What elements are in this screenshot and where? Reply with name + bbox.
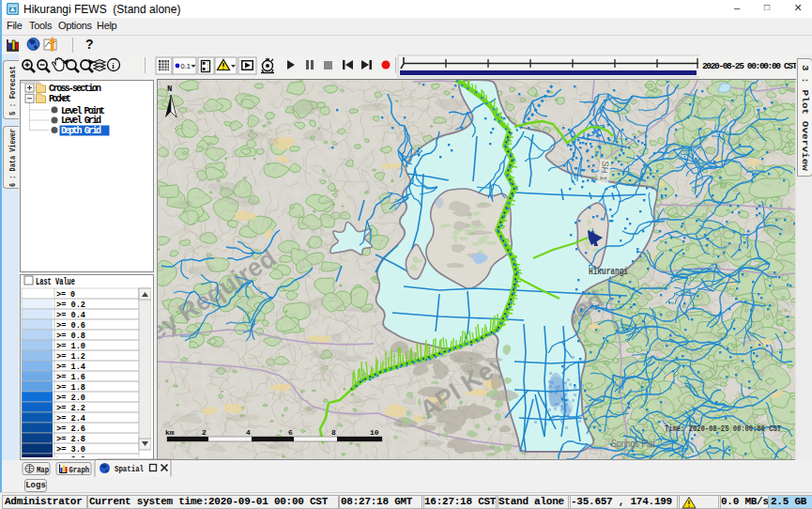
svg-text:Level Grid: Level Grid [61, 116, 101, 126]
svg-text:>= 1.8: >= 1.8 [56, 382, 85, 393]
svg-text:Last Value: Last Value [36, 277, 75, 287]
svg-text:4: 4 [246, 428, 251, 437]
svg-text:>= 2.4: >= 2.4 [56, 413, 85, 424]
svg-text:0.1: 0.1 [181, 62, 191, 70]
svg-text:Hikurangi: Hikurangi [589, 267, 628, 277]
svg-text:>= 2.6: >= 2.6 [56, 424, 85, 434]
svg-text:>= 2.2: >= 2.2 [56, 403, 85, 413]
svg-text:3 : Plot Overview: 3 : Plot Overview [800, 65, 809, 172]
svg-text:>= 0.2: >= 0.2 [56, 300, 85, 310]
svg-text:10: 10 [370, 428, 379, 437]
svg-text:Cross-section: Cross-section [49, 84, 101, 94]
svg-text:Spatial: Spatial [115, 465, 144, 474]
svg-text:>= 3.0: >= 3.0 [56, 444, 85, 455]
svg-text:8: 8 [331, 428, 336, 437]
svg-text:Time: 2020-08-25 00:00:00 CST: Time: 2020-08-25 00:00:00 CST [665, 424, 781, 434]
svg-text:6 : Data Viewer: 6 : Data Viewer [8, 129, 18, 187]
svg-text:>= 3.2: >= 3.2 [56, 455, 85, 458]
svg-text:Springs Flat: Springs Flat [611, 438, 655, 449]
svg-text:>= 2.0: >= 2.0 [56, 393, 85, 403]
svg-text:km: km [165, 428, 175, 437]
svg-text:2: 2 [202, 428, 207, 437]
svg-text:>= 1.4: >= 1.4 [56, 362, 85, 372]
svg-text:>= 0.6: >= 0.6 [56, 320, 85, 331]
svg-text:>= 1.0: >= 1.0 [56, 341, 85, 351]
svg-text:>= 2.8: >= 2.8 [56, 434, 85, 444]
svg-text:>= 1.2: >= 1.2 [56, 351, 85, 362]
svg-text:>= 0.8: >= 0.8 [56, 331, 85, 341]
svg-text:6: 6 [288, 428, 293, 437]
svg-text:Level Point: Level Point [61, 106, 105, 116]
svg-text:5 : Forecast: 5 : Forecast [8, 66, 18, 116]
svg-text:>= 1.6: >= 1.6 [56, 372, 85, 382]
svg-text:Pocket: Pocket [49, 94, 71, 104]
svg-text:Depth Grid: Depth Grid [61, 126, 101, 136]
svg-text:N: N [167, 85, 172, 94]
svg-text:>= 0: >= 0 [56, 289, 75, 300]
svg-text:Map: Map [37, 466, 49, 475]
svg-text:i: i [112, 61, 115, 70]
svg-text:>= 0.4: >= 0.4 [56, 310, 85, 320]
svg-text:Graph: Graph [69, 466, 90, 475]
